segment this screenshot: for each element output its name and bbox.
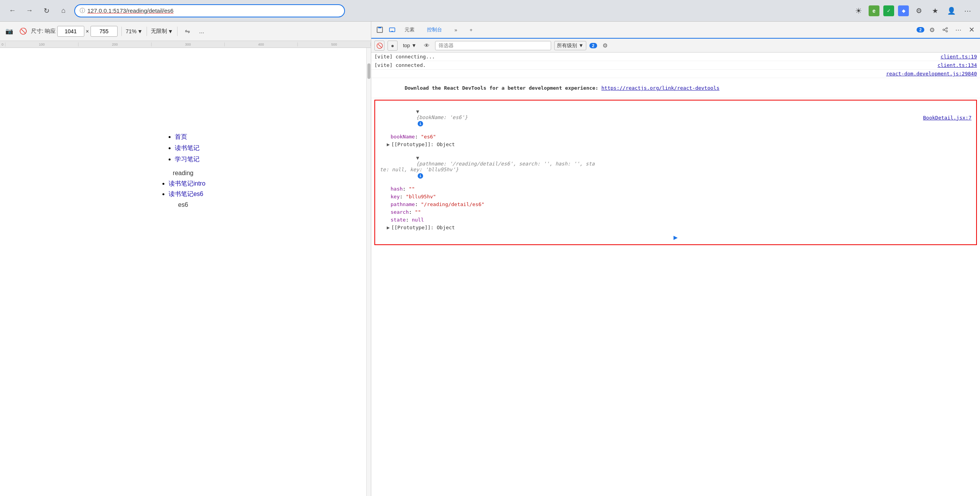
- section-title: reading: [8, 170, 359, 177]
- obj-collapse-2[interactable]: ▼: [416, 155, 419, 161]
- log-link-client-ts-134[interactable]: client.ts:134: [937, 62, 977, 68]
- obj-colon-pathname: :: [415, 201, 421, 207]
- toolbar-sep2: [147, 27, 147, 36]
- log-line-vite-connected: [vite] connected. client.ts:134: [371, 61, 980, 70]
- devtools-more-icon[interactable]: ⋯: [953, 24, 964, 35]
- obj-value-search: "": [415, 209, 421, 215]
- obj-prototype-1: ▶ [[Prototype]]: Object: [375, 141, 976, 148]
- settings-icon[interactable]: ⚙: [913, 5, 925, 17]
- browser-more-button[interactable]: ⋯: [961, 5, 974, 17]
- obj-proto-expand-2[interactable]: ▶: [387, 225, 390, 230]
- ruler-100: 100: [5, 43, 79, 46]
- context-chevron: ▼: [411, 43, 417, 48]
- log-link-client-ts-19[interactable]: client.ts:19: [941, 54, 977, 60]
- filter-input[interactable]: [435, 41, 551, 50]
- ruler-0: 0: [0, 43, 5, 46]
- clear-console-button[interactable]: 🚫: [374, 41, 384, 51]
- obj-key-key: key: [391, 194, 400, 199]
- height-input[interactable]: [90, 26, 118, 37]
- obj-key-hash: hash: [391, 186, 403, 192]
- zoom-button[interactable]: 71% ▼: [126, 28, 143, 34]
- svg-rect-3: [391, 31, 393, 32]
- favorites-icon[interactable]: ★: [929, 5, 941, 17]
- devtools-connections-icon[interactable]: [940, 24, 951, 35]
- visibility-icon[interactable]: 👁: [422, 41, 432, 51]
- filter-icon[interactable]: ●: [388, 41, 398, 51]
- browser-chrome: ← → ↻ ⌂ ⓘ 127.0.0.1:5173/reading/detail/…: [0, 0, 980, 22]
- ruler-200: 200: [79, 43, 152, 46]
- obj-header-1-left: ▼ {bookName: 'es6'} i: [380, 103, 468, 132]
- nav-study-notes-link[interactable]: 学习笔记: [175, 156, 200, 162]
- extension-blue[interactable]: ◆: [898, 5, 909, 16]
- refresh-button[interactable]: ↻: [40, 5, 53, 17]
- zoom-chevron: ▼: [137, 28, 143, 34]
- log-line-vite-connecting: [vite] connecting... client.ts:19: [371, 53, 980, 61]
- size-label: 尺寸: 响应: [31, 28, 56, 35]
- obj-proto-label-1: [[Prototype]]: Object: [391, 141, 455, 147]
- log-line-devtools-download: Download the React DevTools for a better…: [371, 78, 980, 98]
- console-settings-icon[interactable]: ⚙: [600, 41, 610, 51]
- react-devtools-link[interactable]: https://reactjs.org/link/react-devtools: [601, 85, 719, 91]
- extension-green[interactable]: ✓: [883, 5, 894, 16]
- expand-panel-arrow[interactable]: ▶: [375, 232, 976, 243]
- tab-elements[interactable]: 元素: [399, 22, 420, 39]
- tab-more-label: »: [454, 27, 457, 33]
- context-dropdown[interactable]: top ▼: [401, 42, 419, 49]
- extension-evernote[interactable]: e: [869, 5, 879, 16]
- context-label: top: [403, 43, 410, 48]
- address-bar[interactable]: ⓘ 127.0.0.1:5173/reading/detail/es6: [74, 4, 345, 17]
- svg-point-6: [946, 31, 948, 32]
- obj-field-hash: hash : "": [375, 185, 976, 193]
- svg-line-7: [944, 29, 946, 29]
- obj-key-pathname: pathname: [391, 201, 415, 207]
- nav-home-link[interactable]: 首页: [175, 133, 187, 140]
- rotate-icon[interactable]: ⇋: [181, 25, 194, 37]
- obj-header-1: ▼ {bookName: 'es6'} i BookDetail.jsx:7: [375, 102, 976, 133]
- tab-add[interactable]: +: [464, 22, 478, 39]
- back-button[interactable]: ←: [6, 5, 19, 17]
- obj-proto-expand-1[interactable]: ▶: [387, 141, 390, 147]
- responsive-toolbar: 📷 🚫 尺寸: 响应 × 71% ▼ 无限制 ▼ ⇋ ...: [0, 22, 371, 41]
- ruler-500: 500: [298, 43, 371, 46]
- responsive-icon[interactable]: [387, 24, 398, 35]
- width-input[interactable]: [57, 26, 84, 37]
- log-level-chevron: ▼: [579, 43, 584, 48]
- obj-source-link-1[interactable]: BookDetail.jsx:7: [923, 115, 971, 121]
- svg-point-4: [943, 29, 944, 31]
- sub-nav-es6-link[interactable]: 读书笔记es6: [169, 191, 203, 197]
- unlimited-button[interactable]: 无限制 ▼: [151, 28, 173, 35]
- profile-icon[interactable]: 👤: [945, 5, 958, 17]
- tab-more[interactable]: »: [449, 22, 463, 39]
- screenshot-icon[interactable]: 📷: [3, 25, 15, 37]
- log-text-devtools: Download the React DevTools for a better…: [374, 79, 977, 97]
- obj-info-icon-1[interactable]: i: [418, 121, 423, 126]
- home-button[interactable]: ⌂: [57, 5, 70, 17]
- inspect-element-icon[interactable]: [374, 24, 385, 35]
- tab-console[interactable]: 控制台: [422, 22, 447, 39]
- webpage-sub-nav: 读书笔记intro 读书笔记es6: [161, 180, 205, 198]
- devtools-settings-icon[interactable]: ⚙: [927, 24, 937, 35]
- separator: ×: [86, 28, 89, 34]
- sub-nav-intro-link[interactable]: 读书笔记intro: [169, 180, 205, 187]
- nav-reading-notes-link[interactable]: 读书笔记: [175, 145, 200, 151]
- obj-proto-label-2: [[Prototype]]: Object: [391, 225, 455, 230]
- forward-button[interactable]: →: [23, 5, 36, 17]
- extensions-button[interactable]: ☀: [852, 5, 865, 17]
- console-object-panel: ▼ {bookName: 'es6'} i BookDetail.jsx:7 b…: [374, 100, 977, 245]
- log-link-react-dom[interactable]: react-dom.development.js:29840: [886, 71, 977, 77]
- obj-colon-state: :: [406, 217, 412, 223]
- log-text-connecting: [vite] connecting...: [374, 54, 941, 60]
- ruler-horizontal: 0 100 200 300 400 500: [0, 41, 371, 48]
- log-level-dropdown[interactable]: 所有级别 ▼: [554, 41, 586, 50]
- obj-key-search: search: [391, 209, 409, 215]
- devtools-close-button[interactable]: ✕: [966, 24, 977, 35]
- obj-expand-1[interactable]: ▼: [416, 109, 419, 114]
- obj-info-icon-2[interactable]: i: [418, 173, 423, 179]
- scrollbar-vertical[interactable]: [366, 48, 371, 496]
- obj-value-key: "bllu95hv": [406, 194, 436, 199]
- scrollbar-thumb[interactable]: [367, 63, 370, 79]
- devtools-header: 元素 控制台 » + 2 ⚙: [371, 22, 980, 39]
- no-throttle-icon[interactable]: 🚫: [17, 25, 29, 37]
- devtools-header-right: 2 ⚙ ⋯ ✕: [917, 24, 977, 35]
- devtools-panel: 元素 控制台 » + 2 ⚙: [371, 22, 980, 496]
